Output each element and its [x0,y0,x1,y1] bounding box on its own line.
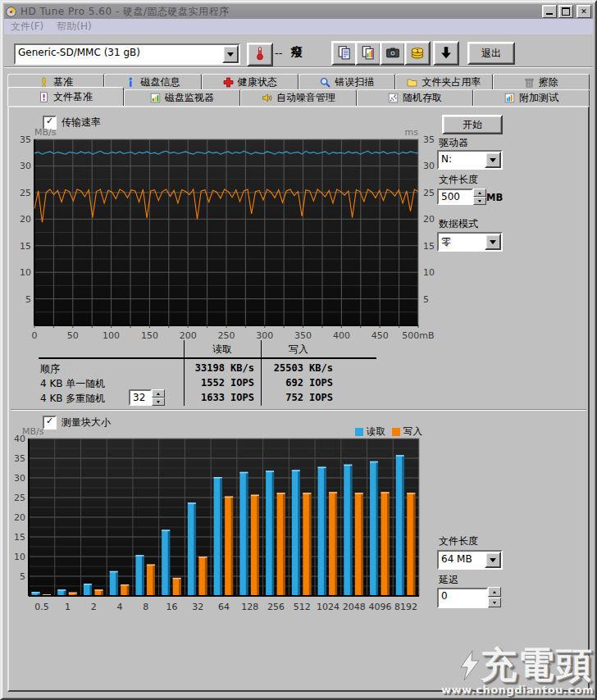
temperature-button[interactable] [247,43,273,66]
health-cross-icon [223,77,234,88]
copy-image-icon [361,45,376,62]
disk-monitor-icon [150,93,161,103]
block-size-checkbox[interactable]: ✓ [43,416,57,430]
spin-up-button[interactable] [488,587,501,597]
svg-text:128: 128 [241,602,258,612]
download-arrow-icon [439,45,453,62]
svg-text:100: 100 [103,330,120,341]
tab-aam[interactable]: 自动噪音管理 [240,89,357,106]
drive-select[interactable]: N: [437,150,503,170]
file-length-spinner[interactable]: 500 [437,189,486,205]
svg-text:MB/s: MB/s [34,127,57,138]
device-select-arrow[interactable] [222,45,239,63]
start-button-label: 开始 [463,118,482,132]
svg-text:450: 450 [371,330,389,341]
tab-label: 文件基准 [53,90,93,104]
svg-text:10: 10 [14,552,25,562]
block-file-length-arrow[interactable] [485,552,501,568]
screenshot-button[interactable] [380,41,406,66]
svg-text:0: 0 [32,330,38,341]
download-button[interactable] [433,41,459,66]
section-separator [11,409,586,411]
block-file-length-select[interactable]: 64 MB [437,550,503,570]
block-file-length-label: 文件长度 [439,534,478,548]
menu-help[interactable]: 帮助(H) [50,18,98,35]
table-header-rule [39,357,376,359]
svg-text:250: 250 [218,330,235,341]
file-benchmark-panel: ✓ 传输速率 55101015152020252530303535MB/sms0… [7,106,590,692]
save-button[interactable]: 1 [404,41,431,66]
window-title: HD Tune Pro 5.60 - 硬盘/固态硬盘实用程序 [21,5,230,19]
svg-text:4096: 4096 [368,602,391,612]
tab-folder-usage[interactable]: 文件夹占用率 [395,74,492,89]
write-column-header: 写入 [261,343,336,357]
minimize-button[interactable] [542,5,557,18]
svg-text:20: 20 [14,512,25,523]
device-select[interactable]: Generic-SD/MMC (31 gB) [14,43,240,65]
tab-label: 随机存取 [403,91,442,105]
camera-icon [385,45,400,62]
svg-text:10: 10 [20,267,31,278]
delay-spinner[interactable] [488,587,501,607]
block-size-chart: 0.51248163264128256512102420484096819251… [13,436,427,625]
write-legend-swatch [392,428,400,436]
spin-down-button[interactable] [152,398,165,406]
svg-text:40: 40 [14,434,25,444]
svg-text:30: 30 [20,161,31,171]
tab-erase[interactable]: 擦除 [493,74,590,89]
svg-text:5: 5 [20,571,25,582]
spin-up-button[interactable] [152,389,165,398]
read-column-header: 读取 [184,343,261,357]
transfer-rate-chart: 55101015152020252530303535MB/sms05010015… [13,126,427,344]
tab-random-access[interactable]: 随机存取 [357,89,473,106]
toolbar: Generic-SD/MMC (31 gB) -- 癈 [4,34,593,67]
read-legend-swatch [355,428,363,436]
device-select-value: Generic-SD/MMC (31 gB) [16,45,222,63]
svg-text:35: 35 [14,453,25,464]
tab-label: 自动噪音管理 [276,91,335,105]
queue-depth-spinner[interactable]: 32 [129,389,165,406]
row-multi-random-label: 4 KB 多重随机 [40,392,105,406]
spin-down-button[interactable] [473,197,486,205]
menu-file[interactable]: 文件(F) [4,18,50,35]
maximize-button[interactable] [558,5,573,18]
svg-text:16: 16 [166,602,178,612]
svg-text:4: 4 [117,602,123,612]
file-benchmark-icon [39,92,49,102]
data-mode-select[interactable]: 零 [437,232,503,252]
svg-text:5: 5 [423,294,429,305]
row-single-random-write: 692 IOPS [261,377,333,389]
svg-text:50: 50 [67,330,79,341]
spin-up-button[interactable] [473,189,486,197]
block-size-checkbox-label: 测量块大小 [62,416,111,430]
data-mode-select-arrow[interactable] [485,234,501,250]
svg-text:25: 25 [20,188,31,198]
tab-health[interactable]: 健康状态 [202,74,298,89]
svg-text:512: 512 [294,602,311,612]
speaker-icon [262,93,272,103]
svg-text:2048: 2048 [343,602,366,612]
exit-button[interactable]: 退出 [467,42,515,65]
copy-text-button[interactable] [331,41,358,66]
close-button[interactable]: ✕ [576,5,591,18]
drive-select-arrow[interactable] [485,152,501,168]
svg-text:2: 2 [91,602,97,612]
row-sequential-read: 33198 KB/s [184,362,254,374]
svg-text:0.5: 0.5 [34,602,49,612]
svg-text:500mB: 500mB [402,330,434,341]
tab-file-benchmark[interactable]: 文件基准 [7,87,124,106]
spin-down-button[interactable] [488,598,501,607]
data-mode-select-value: 零 [439,234,485,250]
file-length-value: 500 [437,189,473,205]
temperature-unit: 癈 [291,45,303,60]
delay-field[interactable]: 0 [437,588,488,608]
row-single-random-label: 4 KB 单一随机 [40,377,105,391]
tab-label: 文件夹占用率 [422,75,481,89]
copy-image-button[interactable] [355,41,381,66]
start-button[interactable]: 开始 [442,115,503,134]
tab-label: 擦除 [539,75,558,89]
tab-extra-tests[interactable]: 附加测试 [473,89,590,106]
row-sequential-label: 顺序 [40,362,60,376]
tab-error-scan[interactable]: 错误扫描 [298,74,395,89]
tab-disk-monitor[interactable]: 磁盘监视器 [124,89,240,106]
